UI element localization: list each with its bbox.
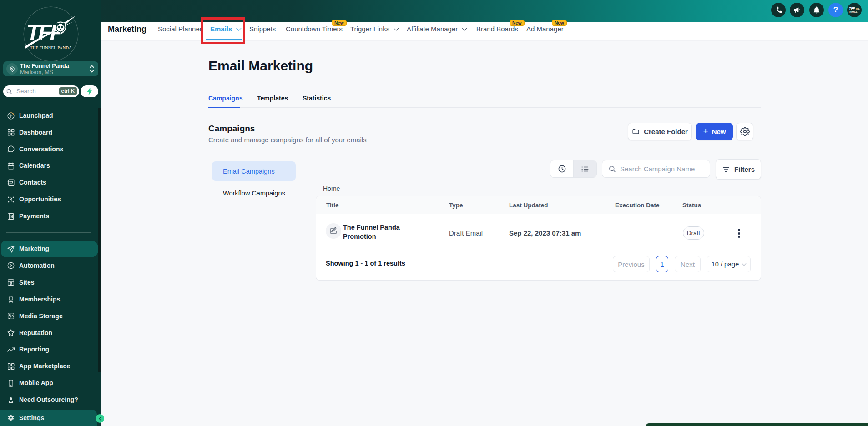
svg-text:THE FUNNEL PANDA: THE FUNNEL PANDA — [30, 45, 72, 50]
